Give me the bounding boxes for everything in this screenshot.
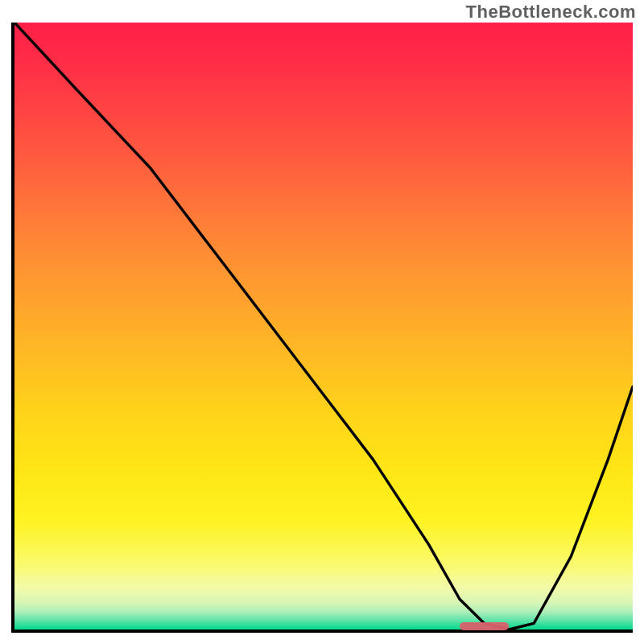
bottleneck-curve	[14, 23, 633, 630]
watermark-text: TheBottleneck.com	[466, 2, 636, 23]
optimum-marker	[460, 622, 509, 630]
plot-area	[11, 23, 633, 633]
curve-path	[14, 23, 633, 630]
chart-frame: TheBottleneck.com	[0, 0, 644, 644]
